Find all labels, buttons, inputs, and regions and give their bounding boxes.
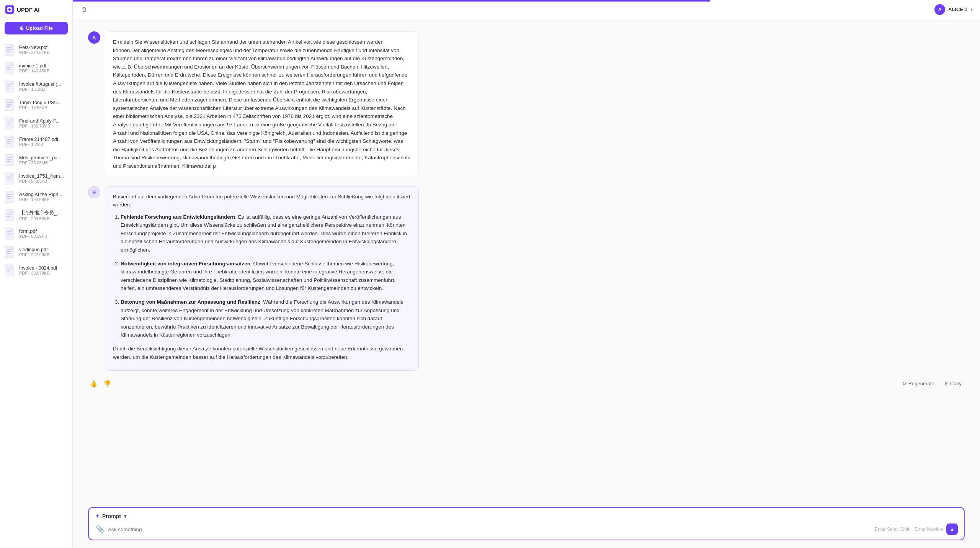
app-title: UPDF AI — [17, 7, 39, 13]
input-box: ✦ Prompt ▼ 📎 Enter Send; Shift + Enter N… — [88, 507, 965, 540]
input-bottom-row: 📎 Enter Send; Shift + Enter Newline ▲ — [95, 523, 958, 535]
file-name: Invoice - 0024.pdf — [19, 265, 57, 271]
upload-button[interactable]: ⊕ Upload File — [5, 22, 68, 34]
file-info: Invoice - 0024.pdf PDF · 333.78KB — [19, 265, 57, 275]
file-icon — [5, 264, 15, 276]
ai-message-content: Basierend auf dem vorliegenden Artikel k… — [105, 186, 419, 371]
send-icon: ▲ — [949, 527, 954, 532]
ask-input[interactable] — [108, 527, 872, 532]
file-item[interactable]: Taryn Tong # PSU... PDF · 16.58KB — [0, 96, 72, 114]
ai-message-block: Basierend auf dem vorliegenden Artikel k… — [73, 182, 980, 376]
file-size: PDF · 15.1KB — [19, 87, 61, 92]
file-size: PDF · 333.78KB — [19, 271, 57, 275]
user-badge[interactable]: A ALICE 1 ▾ — [934, 4, 972, 15]
prompt-label: Prompt — [102, 513, 121, 519]
upload-icon: ⊕ — [20, 25, 24, 31]
copy-button[interactable]: ⎘ Copy — [942, 379, 965, 388]
file-info: Mes_premiers_pa... PDF · 35.03MB — [19, 155, 61, 165]
regenerate-button[interactable]: ↻ Regenerate — [899, 379, 938, 388]
user-message-content: Ermitteln Sie Wissenslücken und schlagen… — [105, 31, 419, 177]
ai-point-1: Fehlende Forschung aus Entwicklungslände… — [121, 213, 411, 254]
file-info: 【海外推广专员_... PDF · 293.58KB — [19, 210, 60, 221]
prompt-row: ✦ Prompt ▼ — [95, 512, 958, 520]
file-icon — [5, 191, 15, 203]
ai-avatar-msg — [88, 186, 100, 198]
main-area: A ALICE 1 ▾ A Ermitteln Sie Wissenslücke… — [73, 0, 980, 548]
progress-bar — [73, 0, 710, 2]
file-name: Invoice # August (... — [19, 82, 61, 87]
file-item[interactable]: Find-and-Apply-F... PDF · 105.79MB — [0, 114, 72, 133]
file-size: PDF · 140.45KB — [19, 69, 50, 73]
file-size: PDF · 193.68KB — [19, 197, 62, 202]
file-item[interactable]: form.pdf PDF · 58.59KB — [0, 224, 72, 243]
file-info: Taryn Tong # PSU... PDF · 16.58KB — [19, 100, 62, 110]
file-name: form.pdf — [19, 229, 47, 234]
file-icon — [5, 99, 15, 111]
file-item[interactable]: Invoice - 0024.pdf PDF · 333.78KB — [0, 261, 72, 280]
file-info: viedingue.pdf PDF · 242.99KB — [19, 247, 50, 257]
file-icon — [5, 80, 15, 93]
thumbdown-button[interactable]: 👎 — [102, 378, 113, 389]
prompt-dropdown-icon[interactable]: ▼ — [123, 514, 127, 519]
ai-intro: Basierend auf dem vorliegenden Artikel k… — [113, 193, 411, 209]
file-item[interactable]: Asking AI the Righ... PDF · 193.68KB — [0, 188, 72, 206]
file-size: PDF · 54.85KB — [19, 179, 64, 183]
file-icon — [5, 136, 15, 148]
sparkle-icon: ✦ — [95, 512, 100, 520]
attach-icon: 📎 — [96, 525, 104, 533]
file-icon — [5, 246, 15, 258]
file-size: PDF · 374.81KB — [19, 50, 50, 55]
file-info: Invoice_1751_from... PDF · 54.85KB — [19, 173, 64, 183]
ai-point-3: Betonung von Maßnahmen zur Anpassung und… — [121, 298, 411, 339]
delete-button[interactable] — [78, 3, 90, 16]
file-icon — [5, 209, 15, 221]
user-message-block: A Ermitteln Sie Wissenslücken und schlag… — [73, 27, 980, 182]
file-name: viedingue.pdf — [19, 247, 50, 252]
file-icon — [5, 227, 15, 240]
file-item[interactable]: Invoice # August (... PDF · 15.1KB — [0, 77, 72, 96]
user-avatar: A — [934, 4, 945, 15]
file-name: Frame 214487.pdf — [19, 137, 58, 142]
file-info: form.pdf PDF · 58.59KB — [19, 229, 47, 239]
file-name: invoice-1.pdf — [19, 63, 50, 69]
thumbup-button[interactable]: 👍 — [88, 378, 99, 389]
file-size: PDF · 242.99KB — [19, 252, 50, 257]
file-icon — [5, 154, 15, 166]
file-info: Pets-New.pdf PDF · 374.81KB — [19, 45, 50, 55]
file-item[interactable]: 【海外推广专员_... PDF · 293.58KB — [0, 206, 72, 224]
message-actions: 👍 👎 ↻ Regenerate ⎘ Copy — [73, 375, 980, 394]
file-name: Mes_premiers_pa... — [19, 155, 61, 160]
file-size: PDF · 16.58KB — [19, 105, 62, 110]
file-name: Taryn Tong # PSU... — [19, 100, 62, 105]
app-logo — [5, 5, 14, 14]
file-item[interactable]: Pets-New.pdf PDF · 374.81KB — [0, 41, 72, 59]
topbar: A ALICE 1 ▾ — [73, 0, 980, 19]
user-avatar-msg: A — [88, 31, 100, 44]
file-icon — [5, 44, 15, 56]
input-hint: Enter Send; Shift + Enter Newline — [875, 527, 943, 532]
attach-button[interactable]: 📎 — [95, 524, 105, 534]
file-name: Invoice_1751_from... — [19, 173, 64, 179]
file-item[interactable]: viedingue.pdf PDF · 242.99KB — [0, 243, 72, 261]
reaction-buttons: 👍 👎 — [88, 378, 113, 389]
send-button[interactable]: ▲ — [946, 523, 958, 535]
file-info: Invoice # August (... PDF · 15.1KB — [19, 82, 61, 92]
file-item[interactable]: Mes_premiers_pa... PDF · 35.03MB — [0, 151, 72, 169]
file-list: Pets-New.pdf PDF · 374.81KB invoice-1.pd… — [0, 38, 72, 548]
file-icon — [5, 117, 15, 129]
chevron-down-icon: ▾ — [970, 7, 972, 11]
user-name: ALICE 1 — [948, 7, 967, 12]
file-item[interactable]: Frame 214487.pdf PDF · 1.2MB — [0, 133, 72, 151]
sidebar-header: UPDF AI — [0, 0, 72, 18]
ai-outro: Durch die Berücksichtigung dieser Ansätz… — [113, 345, 411, 361]
action-buttons: ↻ Regenerate ⎘ Copy — [899, 379, 965, 388]
input-area: ✦ Prompt ▼ 📎 Enter Send; Shift + Enter N… — [73, 502, 980, 548]
file-item[interactable]: invoice-1.pdf PDF · 140.45KB — [0, 59, 72, 77]
chat-area[interactable]: A Ermitteln Sie Wissenslücken und schlag… — [73, 19, 980, 502]
file-size: PDF · 293.58KB — [19, 216, 60, 221]
file-name: Find-and-Apply-F... — [19, 118, 60, 124]
file-info: invoice-1.pdf PDF · 140.45KB — [19, 63, 50, 73]
file-name: 【海外推广专员_... — [19, 210, 60, 216]
file-item[interactable]: Invoice_1751_from... PDF · 54.85KB — [0, 169, 72, 188]
file-size: PDF · 58.59KB — [19, 234, 47, 239]
